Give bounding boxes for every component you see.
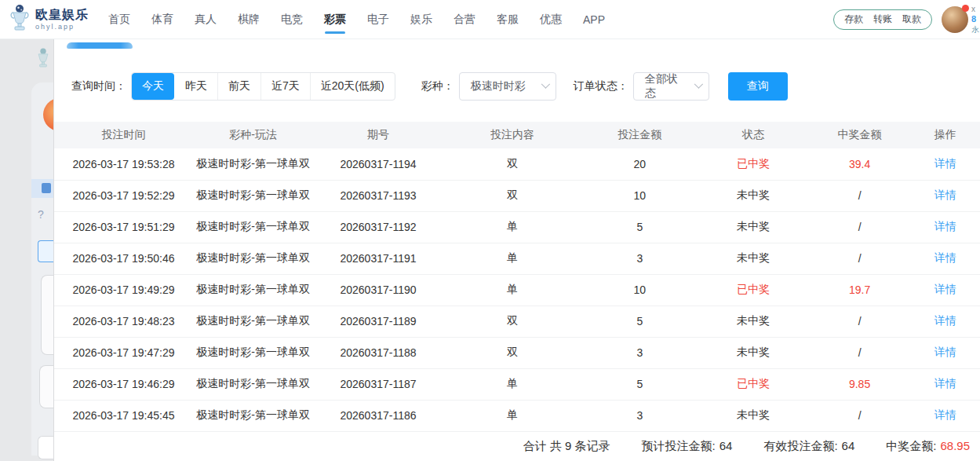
detail-link[interactable]: 详情 [934, 157, 956, 170]
navbar-right: 存款转账取款 x8永 [833, 4, 980, 35]
cell-actions: 详情 [910, 148, 980, 180]
summary-bar: 合计 共 9 条记录 预计投注金额:64 有效投注金额:64 中奖金额:68.9… [54, 432, 980, 461]
cell-bet-amount: 5 [582, 211, 698, 243]
table-row: 2026-03-17 19:49:29 极速时时彩-第一球单双 20260317… [54, 274, 980, 306]
nav-item[interactable]: 电子 [367, 0, 389, 38]
cell-prize: 9.85 [809, 368, 911, 400]
cell-game-play: 极速时时彩-第一球单双 [193, 306, 313, 337]
filter-bar: 查询时间： 今天昨天前天近7天近20天(低频) 彩种： 极速时时彩 订单状态： … [71, 72, 980, 101]
cell-status: 未中奖 [698, 243, 809, 274]
detail-link[interactable]: 详情 [934, 283, 956, 295]
cell-prize: / [809, 180, 911, 211]
cell-bet-time: 2026-03-17 19:45:45 [54, 400, 193, 431]
cell-bet-time: 2026-03-17 19:48:23 [54, 306, 193, 337]
nav-item[interactable]: APP [583, 0, 605, 38]
cell-bet-content: 单 [443, 368, 582, 400]
table-row: 2026-03-17 19:45:45 极速时时彩-第一球单双 20260317… [54, 400, 980, 431]
background-box [39, 365, 53, 408]
nav-item[interactable]: 棋牌 [238, 0, 260, 38]
brand-logo[interactable]: 欧皇娱乐 ohyl.app [8, 4, 96, 35]
cell-status: 未中奖 [698, 211, 809, 243]
cell-bet-amount: 10 [582, 180, 698, 211]
top-navbar: 欧皇娱乐 ohyl.app 首页体育真人棋牌电竞彩票电子娱乐合营客服优惠APP … [0, 0, 980, 39]
table-row: 2026-03-17 19:46:29 极速时时彩-第一球单双 20260317… [54, 368, 980, 400]
cell-prize: / [809, 243, 911, 274]
cell-bet-amount: 5 [582, 306, 698, 337]
detail-link[interactable]: 详情 [934, 188, 956, 201]
cell-bet-amount: 20 [582, 148, 698, 180]
table-row: 2026-03-17 19:52:29 极速时时彩-第一球单双 20260317… [54, 180, 980, 211]
detail-link[interactable]: 详情 [934, 220, 956, 232]
nav-item[interactable]: 优惠 [540, 0, 562, 38]
user-avatar[interactable] [942, 6, 968, 33]
detail-link[interactable]: 详情 [934, 346, 956, 358]
background-trophy-icon [35, 46, 52, 74]
nav-item[interactable]: 首页 [108, 0, 130, 38]
table-body: 2026-03-17 19:53:28 极速时时彩-第一球单双 20260317… [54, 148, 980, 431]
chevron-down-icon [694, 80, 702, 89]
cell-game-play: 极速时时彩-第一球单双 [193, 368, 313, 400]
search-button[interactable]: 查询 [728, 72, 788, 101]
detail-link[interactable]: 详情 [934, 377, 956, 390]
detail-link[interactable]: 详情 [934, 314, 956, 327]
cell-actions: 详情 [910, 400, 980, 431]
time-range-option[interactable]: 昨天 [174, 73, 217, 100]
cell-bet-amount: 10 [582, 274, 698, 306]
header-issue: 期号 [313, 122, 443, 148]
main-nav: 首页体育真人棋牌电竞彩票电子娱乐合营客服优惠APP [108, 0, 605, 38]
lottery-filter-label: 彩种： [421, 79, 454, 93]
brand-domain: ohyl.app [35, 23, 89, 31]
nav-item[interactable]: 彩票 [324, 0, 346, 38]
cell-bet-time: 2026-03-17 19:50:46 [54, 243, 193, 274]
summary-item: 有效投注金额:64 [763, 439, 854, 454]
order-status-value: 全部状态 [645, 72, 688, 101]
time-range-option[interactable]: 今天 [132, 73, 174, 100]
detail-link[interactable]: 详情 [934, 251, 956, 264]
trophy-icon [8, 4, 31, 35]
nav-item[interactable]: 电竞 [281, 0, 303, 38]
time-range-option[interactable]: 近7天 [260, 73, 310, 100]
cell-bet-amount: 5 [582, 368, 698, 400]
lottery-select-value: 极速时时彩 [471, 79, 526, 93]
order-status-select[interactable]: 全部状态 [633, 72, 709, 101]
cell-prize: / [809, 211, 911, 243]
cell-bet-time: 2026-03-17 19:52:29 [54, 180, 193, 211]
wallet-action[interactable]: 存款 [844, 13, 863, 26]
nav-item[interactable]: 真人 [195, 0, 217, 38]
nav-item[interactable]: 合营 [454, 0, 475, 38]
summary-item-label: 有效投注金额: [763, 439, 837, 452]
header-bet-time: 投注时间 [54, 122, 193, 148]
lottery-select[interactable]: 极速时时彩 [459, 72, 556, 101]
cell-issue: 20260317-1186 [313, 400, 443, 431]
cell-bet-content: 双 [443, 306, 582, 337]
wallet-action[interactable]: 取款 [902, 13, 921, 26]
summary-item-label: 预计投注金额: [642, 439, 716, 452]
bet-records-table: 投注时间 彩种-玩法 期号 投注内容 投注金额 状态 中奖金额 操作 2026-… [54, 122, 980, 432]
time-range-option[interactable]: 前天 [217, 73, 260, 100]
cell-issue: 20260317-1190 [313, 274, 443, 306]
cell-bet-time: 2026-03-17 19:47:29 [54, 337, 193, 368]
nav-item[interactable]: 娱乐 [410, 0, 432, 38]
summary-item-value: 64 [720, 439, 733, 452]
cell-bet-content: 双 [443, 148, 582, 180]
cell-game-play: 极速时时彩-第一球单双 [193, 400, 313, 431]
edge-line: 8 [971, 14, 980, 24]
time-range-option[interactable]: 近20天(低频) [310, 73, 395, 100]
active-tab-stub[interactable] [67, 42, 133, 49]
nav-item[interactable]: 体育 [151, 0, 173, 38]
background-box [38, 436, 53, 459]
table-header-row: 投注时间 彩种-玩法 期号 投注内容 投注金额 状态 中奖金额 操作 [54, 122, 980, 148]
cell-bet-amount: 3 [582, 337, 698, 368]
cell-bet-content: 单 [443, 243, 582, 274]
detail-link[interactable]: 详情 [934, 408, 956, 421]
cell-prize: 19.7 [809, 274, 911, 306]
cell-bet-amount: 3 [582, 243, 698, 274]
wallet-action[interactable]: 转账 [873, 13, 892, 26]
cell-bet-time: 2026-03-17 19:46:29 [54, 368, 193, 400]
cell-bet-content: 单 [443, 274, 582, 306]
summary-item: 预计投注金额:64 [642, 439, 733, 454]
cell-prize: / [809, 400, 911, 431]
time-filter-label: 查询时间： [71, 79, 126, 93]
nav-item[interactable]: 客服 [497, 0, 519, 38]
summary-item: 中奖金额:68.95 [886, 439, 970, 454]
